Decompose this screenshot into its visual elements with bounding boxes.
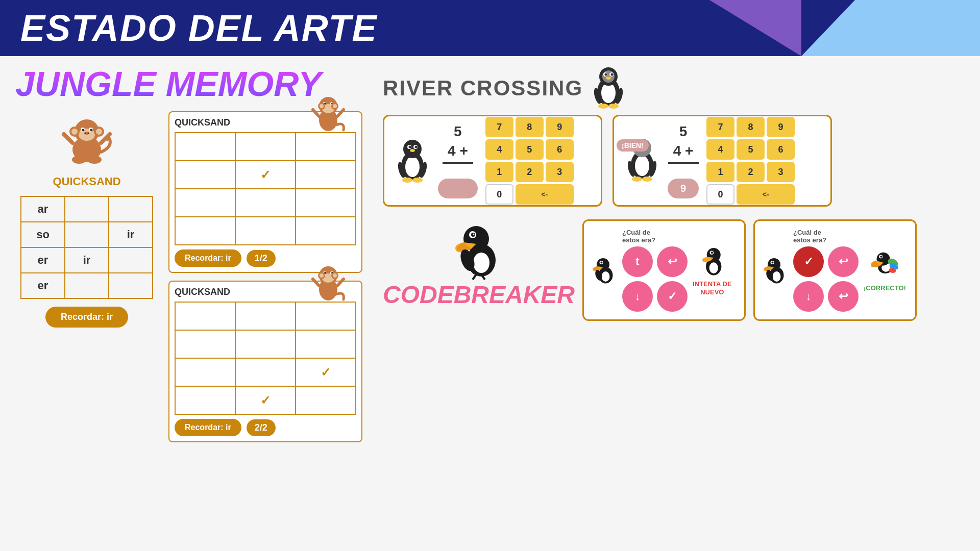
num-btn-6b[interactable]: 6 — [767, 139, 795, 160]
code-buttons-1: t ↩ ↓ ✓ — [622, 246, 688, 312]
code-btn-arrow-right-1[interactable]: ↩ — [657, 246, 688, 277]
svg-point-86 — [473, 234, 475, 235]
grid-cell — [296, 133, 356, 161]
svg-point-28 — [333, 104, 337, 108]
svg-point-97 — [709, 262, 718, 273]
svg-point-6 — [90, 129, 93, 132]
table-cell — [65, 273, 109, 298]
code-btn-check-1[interactable]: ✓ — [657, 281, 688, 312]
table-row: so ir — [21, 222, 153, 247]
grid-cell — [235, 302, 296, 330]
svg-point-68 — [412, 178, 423, 183]
svg-point-82 — [473, 253, 489, 273]
monkey-card-left: QUICKSAND ar so ir er ir — [15, 111, 158, 328]
card-2-footer: Recordar: ir 2/2 — [175, 419, 356, 436]
number-grid-1: 7 8 9 4 5 6 1 2 3 0 <- — [485, 117, 574, 205]
penguin-bien-container: ¡BIEN! — [624, 137, 660, 185]
code-btn-arrow-return-2[interactable]: ↩ — [828, 281, 859, 312]
code-btn-arrow-right-2[interactable]: ↩ — [828, 246, 859, 277]
grid-table-2: ✓ ✓ — [175, 302, 356, 415]
svg-line-29 — [313, 110, 319, 116]
math-expression-2: 5 4 + 9 — [668, 123, 699, 198]
svg-point-5 — [82, 129, 85, 132]
svg-point-49 — [605, 73, 607, 76]
header: ESTADO DEL ARTE — [0, 0, 980, 56]
svg-point-17 — [87, 156, 102, 164]
river-crossing-title: RIVER CROSSING — [383, 76, 583, 101]
num-btn-9[interactable]: 9 — [546, 117, 574, 137]
header-decoration-2 — [801, 0, 980, 56]
toucan-right-icon-1 — [698, 244, 726, 278]
left-quicksand-label: QUICKSAND — [53, 175, 120, 188]
recordar-button-1[interactable]: Recordar: ir — [175, 249, 241, 267]
quicksand-card-2: QUICKSAND ✓ ✓ Recordar: ir 2/2 — [168, 281, 362, 442]
math-card-1: 5 4 + 7 8 9 4 5 6 1 2 3 — [383, 115, 602, 207]
num-btn-0b[interactable]: 0 — [706, 184, 734, 205]
num-btn-1b[interactable]: 1 — [706, 162, 734, 182]
code-card-1: ¿Cuál deestos era? t ↩ ↓ ✓ — [582, 219, 746, 321]
grid-cell — [235, 133, 296, 161]
code-btn-check-selected[interactable]: ✓ — [793, 246, 824, 277]
code-btn-arrow-down-2[interactable]: ↓ — [793, 281, 824, 312]
grid-cell — [175, 358, 235, 386]
grid-cell — [235, 189, 296, 217]
main-content: JUNGLE MEMORY — [0, 56, 980, 551]
toucan-large-icon — [453, 219, 504, 281]
code-card-2-right: ¡CORRECTO! — [864, 248, 906, 292]
svg-point-70 — [635, 156, 649, 176]
quicksand-card-1: QUICKSAND ✓ Recordar: ir 1/2 — [168, 111, 362, 273]
code-btn-t[interactable]: t — [622, 246, 653, 277]
num-btn-1[interactable]: 1 — [485, 162, 513, 182]
monkey-sitting-icon — [59, 111, 115, 167]
svg-point-91 — [602, 271, 610, 282]
num-btn-8b[interactable]: 8 — [737, 117, 765, 137]
svg-line-43 — [337, 279, 344, 286]
num-btn-backspace[interactable]: <- — [516, 184, 574, 205]
code-buttons-2: ✓ ↩ ↓ ↩ — [793, 246, 859, 312]
grid-cell — [296, 217, 356, 245]
num-btn-2[interactable]: 2 — [516, 162, 544, 182]
svg-point-39 — [320, 273, 324, 278]
toucan-small-icon-1 — [592, 254, 617, 287]
table-row: ar — [21, 196, 153, 222]
num-btn-4b[interactable]: 4 — [706, 139, 734, 160]
right-section: RIVER CROSSING — [383, 66, 965, 541]
num-btn-6[interactable]: 6 — [546, 139, 574, 160]
svg-point-9 — [88, 133, 89, 134]
num-btn-7b[interactable]: 7 — [706, 117, 734, 137]
num-btn-2b[interactable]: 2 — [737, 162, 765, 182]
page-badge-2: 2/2 — [247, 419, 276, 436]
num-btn-0[interactable]: 0 — [485, 184, 513, 205]
num-btn-4[interactable]: 4 — [485, 139, 513, 160]
num-btn-3b[interactable]: 3 — [767, 162, 795, 182]
codebreaker-cards: ¿Cuál deestos era? t ↩ ↓ ✓ — [582, 219, 917, 321]
svg-point-58 — [405, 157, 420, 177]
code-btn-arrow-down-1[interactable]: ↓ — [622, 281, 653, 312]
recordar-button-left[interactable]: Recordar: ir — [45, 307, 128, 328]
quicksand-cards: QUICKSAND ✓ Recordar: ir 1/2 — [168, 111, 362, 442]
num-btn-backspace-b[interactable]: <- — [737, 184, 795, 205]
monkey-climbing-icon-2 — [310, 261, 346, 305]
page-title: ESTADO DEL ARTE — [20, 7, 377, 49]
num-btn-5[interactable]: 5 — [516, 139, 544, 160]
num-btn-8[interactable]: 8 — [516, 117, 544, 137]
svg-point-79 — [632, 177, 642, 182]
num-btn-3[interactable]: 3 — [546, 162, 574, 182]
recordar-button-2[interactable]: Recordar: ir — [175, 419, 241, 436]
svg-point-56 — [608, 104, 619, 109]
river-cards-row: 5 4 + 7 8 9 4 5 6 1 2 3 — [383, 115, 965, 207]
grid-table-1: ✓ — [175, 132, 356, 245]
grid-cell — [296, 302, 356, 330]
num-btn-5b[interactable]: 5 — [737, 139, 765, 160]
svg-point-51 — [611, 73, 614, 76]
svg-point-94 — [601, 262, 603, 264]
math-card-2: ¡BIEN! 5 4 + 9 7 8 9 4 5 6 — [612, 115, 832, 207]
num-btn-7[interactable]: 7 — [485, 117, 513, 137]
num-btn-9b[interactable]: 9 — [767, 117, 795, 137]
svg-point-67 — [402, 178, 412, 183]
penguin-card1-icon — [395, 138, 430, 184]
grid-cell — [175, 133, 235, 161]
code-card-1-right: INTENTA DENUEVO — [693, 244, 732, 296]
grid-cell — [296, 386, 356, 414]
codebreaker-title: CODEBREAKER — [383, 281, 575, 309]
